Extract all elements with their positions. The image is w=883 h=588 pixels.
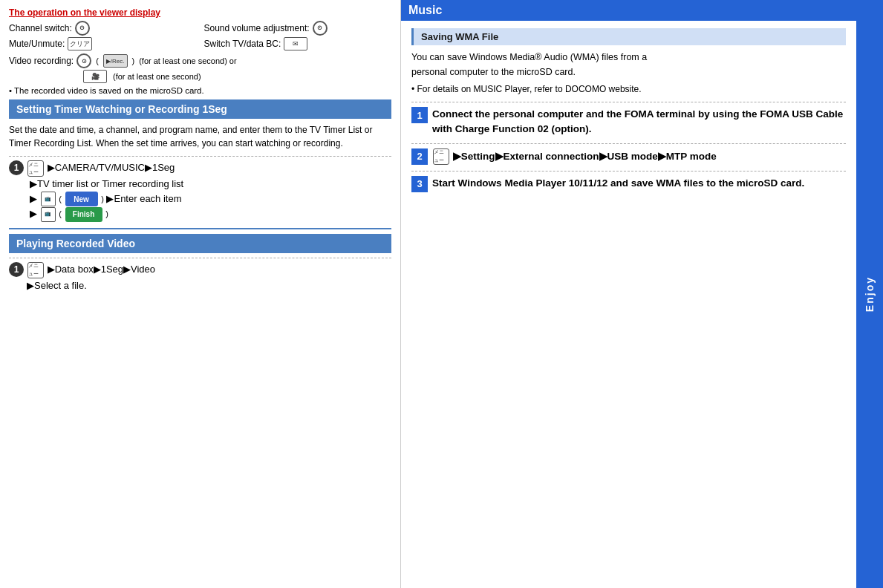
rec-icon: ▶/Rec. bbox=[103, 54, 128, 68]
divider-right3 bbox=[411, 171, 846, 172]
operation-title: The operation on the viewer display bbox=[9, 7, 391, 18]
enjoy-label: Enjoy bbox=[864, 276, 876, 312]
right-step2-text: メニュー ▶Setting▶External connection▶USB mo… bbox=[432, 148, 846, 165]
right-step3-number: 3 bbox=[411, 176, 428, 192]
intro-line1: You can save Windows Media® Audio (WMA) … bbox=[411, 52, 647, 62]
video-icon: ⊙ bbox=[76, 53, 91, 68]
sound-label: Sound volume adjustment: bbox=[204, 22, 310, 35]
right-step2-number: 2 bbox=[411, 148, 428, 165]
step2-text: ▶Data box▶1Seg▶Video bbox=[48, 264, 155, 275]
switchtv-row: Switch TV/data BC: ✉ bbox=[204, 37, 392, 50]
step1-number: 1 bbox=[9, 160, 24, 175]
step1b-text: ▶TV timer list or Timer recording list bbox=[27, 178, 183, 189]
step2b-text: ▶Select a file. bbox=[27, 280, 87, 291]
step1-text: ▶CAMERA/TV/MUSIC▶1Seg bbox=[48, 162, 175, 173]
mute-row: Mute/Unmute: クリア bbox=[9, 37, 197, 50]
right-step1-row: 1 Connect the personal computer and the … bbox=[411, 107, 846, 137]
switchtv-icon: ✉ bbox=[284, 37, 307, 50]
sound-row: Sound volume adjustment: ⊙ bbox=[204, 21, 392, 36]
section2-header: Playing Recorded Video bbox=[9, 234, 391, 253]
tv-icon-1: 📺 bbox=[41, 192, 56, 206]
video-icon2: 🎥 bbox=[83, 70, 107, 83]
step2-content: メニュー ▶Data box▶1Seg▶Video ▶Select a file… bbox=[27, 262, 391, 293]
channel-label: Channel switch: bbox=[9, 22, 72, 35]
bullet1: • The recorded video is saved on the mic… bbox=[9, 86, 391, 95]
mute-label: Mute/Unmute: bbox=[9, 38, 65, 50]
divider2 bbox=[9, 258, 391, 258]
step2-row: 1 メニュー ▶Data box▶1Seg▶Video ▶Select a fi… bbox=[9, 262, 391, 293]
paren-open: ( bbox=[59, 195, 62, 203]
divider-right1 bbox=[411, 102, 846, 102]
menu-icon-2: メニュー bbox=[27, 262, 44, 278]
video-label: Video recording: bbox=[9, 56, 74, 66]
operation-grid: Channel switch: ⊙ Sound volume adjustmen… bbox=[9, 21, 391, 50]
divider-right2 bbox=[411, 143, 846, 144]
sound-icon: ⊙ bbox=[313, 21, 328, 36]
bullet-note: • For details on MUSIC Player, refer to … bbox=[411, 84, 846, 94]
music-intro: You can save Windows Media® Audio (WMA) … bbox=[411, 50, 846, 79]
channel-row: Channel switch: ⊙ bbox=[9, 21, 197, 36]
paren-close: ) bbox=[101, 195, 104, 203]
divider1 bbox=[9, 156, 391, 157]
right-step1-number: 1 bbox=[411, 107, 428, 123]
video-row2: 🎥 (for at least one second) bbox=[9, 70, 391, 83]
left-panel: The operation on the viewer display Chan… bbox=[0, 0, 401, 588]
video-row: Video recording: ⊙ ( ▶/Rec. ) (for at le… bbox=[9, 53, 391, 68]
menu-icon-1: メニュー bbox=[27, 160, 44, 177]
switchtv-label: Switch TV/data BC: bbox=[204, 38, 281, 50]
section1-header: Setting Timer Watching or Recording 1Seg bbox=[9, 99, 391, 119]
right-step1-text: Connect the personal computer and the FO… bbox=[432, 107, 846, 137]
right-panel: Music Saving WMA File You can save Windo… bbox=[401, 0, 883, 588]
mute-icon: クリア bbox=[68, 37, 92, 50]
saving-header: Saving WMA File bbox=[411, 28, 846, 45]
video-note2: (for at least one second) bbox=[113, 72, 201, 81]
step1-row: 1 メニュー ▶CAMERA/TV/MUSIC▶1Seg ▶TV timer l… bbox=[9, 160, 391, 222]
intro-line2: personal computer to the microSD card. bbox=[411, 67, 576, 77]
music-header: Music bbox=[401, 0, 883, 21]
channel-icon: ⊙ bbox=[75, 21, 90, 36]
finish-badge: Finish bbox=[65, 207, 102, 222]
video-note: (for at least one second) or bbox=[139, 56, 236, 65]
step2-arrow-text: ▶Setting▶External connection▶USB mode▶MT… bbox=[453, 150, 717, 161]
step2-number: 1 bbox=[9, 262, 24, 277]
enjoy-sidebar: Enjoy bbox=[856, 0, 883, 588]
section1-body: Set the date and time, a channel, and pr… bbox=[9, 123, 391, 150]
step1c-post: ▶Enter each item bbox=[106, 193, 181, 204]
right-step3-text: Start Windows Media Player 10/11/12 and … bbox=[432, 176, 846, 191]
new-badge: New bbox=[65, 192, 98, 206]
tv-icon-2: 📺 bbox=[41, 207, 56, 222]
right-content: Saving WMA File You can save Windows Med… bbox=[401, 21, 883, 206]
right-step2-row: 2 メニュー ▶Setting▶External connection▶USB … bbox=[411, 148, 846, 165]
right-step3-row: 3 Start Windows Media Player 10/11/12 an… bbox=[411, 176, 846, 192]
step1-content: メニュー ▶CAMERA/TV/MUSIC▶1Seg ▶TV timer lis… bbox=[27, 160, 391, 222]
menu-icon-right: メニュー bbox=[433, 148, 449, 165]
step1c-pre: ▶ bbox=[27, 193, 37, 204]
